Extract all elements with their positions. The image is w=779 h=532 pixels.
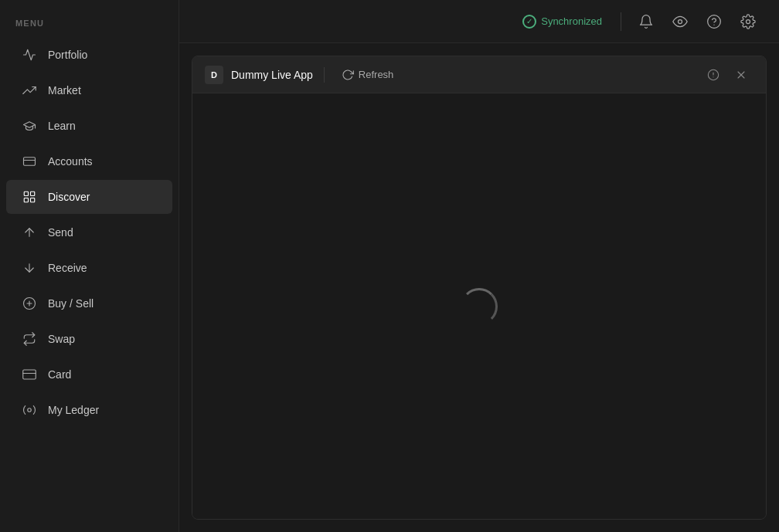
sidebar-item-buy-sell[interactable]: Buy / Sell <box>6 286 172 320</box>
card-icon <box>22 367 37 382</box>
receive-icon <box>22 260 37 276</box>
swap-icon <box>22 331 37 347</box>
portfolio-icon <box>22 47 37 63</box>
app-logo: D <box>205 66 223 84</box>
menu-label: MENU <box>0 12 179 37</box>
gear-icon <box>740 14 756 29</box>
app-frame-header: D Dummy Live App Refresh <box>192 56 766 93</box>
content-area: D Dummy Live App Refresh <box>179 43 779 532</box>
sidebar-item-card[interactable]: Card <box>6 357 172 391</box>
svg-point-14 <box>679 19 682 23</box>
sidebar-item-market[interactable]: Market <box>6 73 172 107</box>
eye-icon <box>672 14 688 29</box>
sidebar-item-learn[interactable]: Learn <box>6 109 172 143</box>
sidebar-item-receive[interactable]: Receive <box>6 251 172 285</box>
settings-button[interactable] <box>733 6 764 37</box>
topbar-divider <box>621 12 621 31</box>
sidebar-item-discover[interactable]: Discover <box>6 180 172 214</box>
svg-point-13 <box>28 408 32 412</box>
discover-icon <box>22 189 37 205</box>
sync-status: ✓ Synchronized <box>513 15 611 29</box>
sidebar-item-my-ledger[interactable]: My Ledger <box>6 393 172 427</box>
market-icon <box>22 83 37 98</box>
buy-sell-icon <box>22 296 37 311</box>
svg-point-15 <box>708 15 721 28</box>
refresh-icon <box>342 69 354 81</box>
help-icon <box>706 14 722 29</box>
frame-header-divider <box>324 67 325 83</box>
frame-close-button[interactable] <box>729 63 753 87</box>
eye-button[interactable] <box>665 6 696 37</box>
notifications-button[interactable] <box>631 6 662 37</box>
topbar: ✓ Synchronized <box>179 0 779 43</box>
sidebar-item-portfolio[interactable]: Portfolio <box>6 38 172 72</box>
sidebar-item-accounts[interactable]: Accounts <box>6 144 172 178</box>
svg-rect-2 <box>24 191 28 195</box>
main-area: ✓ Synchronized <box>179 0 779 532</box>
sidebar-item-swap[interactable]: Swap <box>6 322 172 356</box>
svg-rect-4 <box>24 198 28 202</box>
my-ledger-icon <box>22 402 37 418</box>
sync-check-icon: ✓ <box>522 15 536 29</box>
sidebar-item-send[interactable]: Send <box>6 215 172 249</box>
refresh-button[interactable]: Refresh <box>335 66 400 84</box>
accounts-icon <box>22 154 37 169</box>
frame-info-button[interactable] <box>701 63 726 87</box>
frame-actions <box>701 63 753 87</box>
svg-rect-0 <box>24 158 36 166</box>
svg-rect-3 <box>31 191 35 195</box>
bell-icon <box>638 14 654 29</box>
svg-rect-5 <box>31 198 35 202</box>
app-frame: D Dummy Live App Refresh <box>192 56 767 520</box>
app-title: Dummy Live App <box>231 69 313 81</box>
svg-point-17 <box>747 19 750 23</box>
sidebar: MENU Portfolio Market Learn Accounts <box>0 0 179 532</box>
learn-icon <box>22 118 37 134</box>
help-button[interactable] <box>699 6 730 37</box>
send-icon <box>22 225 37 240</box>
svg-rect-11 <box>23 370 36 379</box>
loading-spinner <box>461 288 498 325</box>
info-icon <box>707 69 719 81</box>
app-loading-area <box>192 93 766 519</box>
close-icon <box>735 69 747 81</box>
